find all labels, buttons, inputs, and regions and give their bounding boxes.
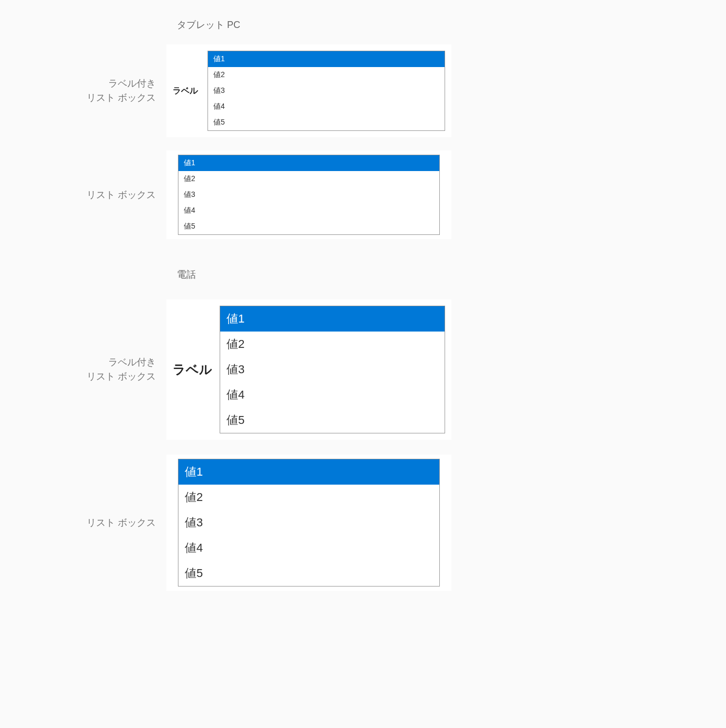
- row-label-line1: ラベル付き: [108, 78, 156, 89]
- row-label-text: リスト ボックス: [87, 190, 156, 200]
- list-item[interactable]: 値2: [178, 485, 439, 510]
- row-listbox-phone: リスト ボックス 値1 値2 値3 値4 値5: [0, 455, 726, 591]
- card-labeled-listbox-tablet: ラベル 値1 値2 値3 値4 値5: [166, 44, 451, 137]
- list-item[interactable]: 値3: [220, 357, 445, 382]
- row-label-line2: リスト ボックス: [87, 92, 156, 103]
- row-label-line1: ラベル付き: [108, 357, 156, 367]
- list-item[interactable]: 値4: [178, 535, 439, 561]
- row-label-labeled-listbox: ラベル付き リスト ボックス: [0, 77, 166, 105]
- card-labeled-listbox-phone: ラベル 値1 値2 値3 値4 値5: [166, 299, 451, 440]
- section-heading-phone: 電話: [177, 268, 726, 281]
- inline-label: ラベル: [173, 361, 212, 378]
- list-item[interactable]: 値4: [178, 203, 439, 219]
- list-item[interactable]: 値5: [208, 115, 445, 130]
- list-item[interactable]: 値3: [178, 187, 439, 203]
- listbox-tablet-labeled[interactable]: 値1 値2 値3 値4 値5: [208, 51, 445, 131]
- list-item[interactable]: 値1: [178, 459, 439, 485]
- list-item[interactable]: 値4: [208, 99, 445, 115]
- card-listbox-tablet: 値1 値2 値3 値4 値5: [166, 150, 451, 239]
- list-item[interactable]: 値1: [208, 51, 445, 67]
- listbox-tablet[interactable]: 値1 値2 値3 値4 値5: [178, 155, 440, 235]
- row-label-text: リスト ボックス: [87, 517, 156, 528]
- list-item[interactable]: 値5: [178, 561, 439, 586]
- list-item[interactable]: 値4: [220, 382, 445, 408]
- row-label-listbox: リスト ボックス: [0, 516, 166, 530]
- row-label-listbox: リスト ボックス: [0, 188, 166, 202]
- inline-label: ラベル: [173, 86, 198, 97]
- row-listbox-tablet: リスト ボックス 値1 値2 値3 値4 値5: [0, 150, 726, 239]
- listbox-phone[interactable]: 値1 値2 値3 値4 値5: [178, 459, 440, 587]
- card-listbox-phone: 値1 値2 値3 値4 値5: [166, 455, 451, 591]
- listbox-phone-labeled[interactable]: 値1 値2 値3 値4 値5: [220, 306, 445, 433]
- list-item[interactable]: 値2: [178, 171, 439, 187]
- list-item[interactable]: 値1: [220, 306, 445, 332]
- list-item[interactable]: 値3: [208, 83, 445, 99]
- list-item[interactable]: 値5: [220, 408, 445, 433]
- row-labeled-listbox-tablet: ラベル付き リスト ボックス ラベル 値1 値2 値3 値4 値5: [0, 44, 726, 137]
- row-labeled-listbox-phone: ラベル付き リスト ボックス ラベル 値1 値2 値3 値4 値5: [0, 299, 726, 440]
- list-item[interactable]: 値1: [178, 155, 439, 171]
- row-label-labeled-listbox: ラベル付き リスト ボックス: [0, 355, 166, 384]
- list-item[interactable]: 値3: [178, 510, 439, 535]
- row-label-line2: リスト ボックス: [87, 371, 156, 382]
- list-item[interactable]: 値2: [220, 332, 445, 357]
- section-heading-tablet: タブレット PC: [177, 18, 726, 31]
- list-item[interactable]: 値2: [208, 67, 445, 83]
- list-item[interactable]: 値5: [178, 219, 439, 234]
